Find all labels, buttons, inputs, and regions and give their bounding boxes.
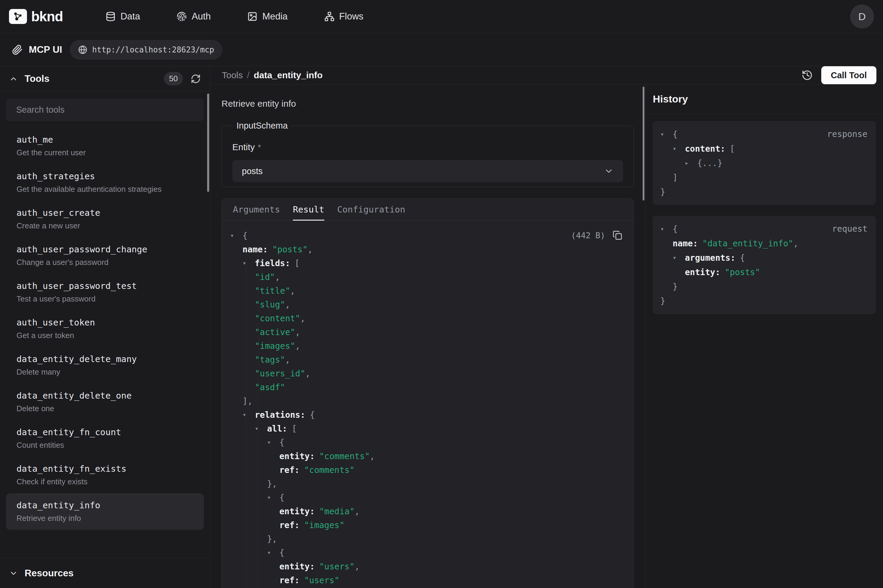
json-punctuation: { (673, 224, 678, 234)
tree-toggle-icon[interactable]: ▾ (243, 260, 255, 267)
tab-result[interactable]: Result (293, 199, 324, 220)
result-card: Arguments Result Configuration (442 B) (222, 198, 634, 588)
json-line: name: "posts" , (230, 243, 625, 256)
json-line: ], (230, 394, 625, 408)
input-schema-legend: InputSchema (233, 121, 291, 130)
json-punctuation: [ (292, 424, 297, 434)
tab-configuration[interactable]: Configuration (337, 199, 405, 220)
json-line: ref: "comments" (230, 463, 625, 477)
tree-toggle-icon[interactable]: ▾ (255, 425, 267, 432)
tool-list-item[interactable]: auth_me Get the current user (6, 128, 204, 164)
json-punctuation: , (306, 369, 310, 378)
nav-item-data[interactable]: Data (105, 11, 140, 22)
tree-toggle-icon[interactable]: ▸ (685, 159, 697, 166)
json-punctuation: { (673, 129, 678, 140)
tool-list-item[interactable]: data_entity_delete_many Delete many (6, 347, 204, 384)
input-schema-fieldset: InputSchema Entity* posts (222, 121, 634, 187)
tool-name: data_entity_info (16, 500, 193, 510)
tree-toggle-icon[interactable]: ▾ (267, 549, 279, 556)
tool-name: data_entity_fn_exists (16, 464, 193, 474)
json-string-value: "users_id" (255, 369, 306, 378)
refresh-icon[interactable] (190, 74, 201, 84)
history-entry-response[interactable]: response ▾ { (652, 121, 876, 205)
brand[interactable]: bknd (9, 8, 63, 25)
tool-description: Retrieve entity info (16, 514, 193, 523)
json-punctuation: } (660, 296, 666, 306)
chevron-up-icon[interactable] (9, 74, 18, 83)
tool-page-header: Tools / data_entity_info Call Tool (210, 66, 883, 84)
json-string-value: "data_entity_info" (702, 238, 793, 249)
right-body: Retrieve entity info InputSchema Entity*… (210, 84, 883, 588)
tree-toggle-icon[interactable]: ▾ (230, 232, 243, 239)
tool-name: auth_user_create (16, 208, 193, 218)
main-scrollbar-thumb[interactable] (643, 87, 645, 201)
globe-icon (78, 45, 87, 54)
tree-toggle-icon[interactable]: ▾ (673, 145, 685, 152)
json-punctuation: } (673, 282, 678, 292)
resources-section-header[interactable]: Resources (0, 558, 210, 588)
json-line: entity: "media" , (230, 504, 625, 518)
tool-list-item[interactable]: auth_user_password_change Change a user'… (6, 237, 204, 274)
tool-description: Delete many (16, 368, 193, 377)
tools-count-badge: 50 (164, 72, 183, 86)
tree-toggle-icon[interactable]: ▾ (267, 439, 279, 446)
json-punctuation: , (793, 238, 799, 249)
tree-toggle-icon[interactable]: ▾ (673, 254, 685, 261)
user-avatar[interactable]: D (850, 4, 874, 28)
json-line: ] (660, 170, 868, 184)
call-tool-button[interactable]: Call Tool (821, 66, 876, 84)
header-actions: Call Tool (802, 66, 876, 84)
tool-description: Delete one (16, 404, 193, 413)
mcp-title: MCP UI (29, 44, 62, 55)
json-line: ▾ fields: [ (230, 256, 625, 270)
breadcrumb-separator: / (247, 70, 249, 80)
history-icon[interactable] (802, 69, 813, 81)
nav-item-flows[interactable]: Flows (324, 11, 364, 22)
json-string-value: "users" (304, 575, 339, 585)
tool-list-item[interactable]: auth_strategies Get the available authen… (6, 164, 204, 201)
tool-list-item[interactable]: data_entity_fn_count Count entities (6, 420, 204, 457)
tool-description: Get the available authentication strateg… (16, 184, 193, 194)
tool-list-item[interactable]: auth_user_create Create a new user (6, 201, 204, 237)
nav-item-auth[interactable]: Auth (177, 11, 211, 22)
tree-toggle-icon[interactable]: ▾ (660, 225, 673, 232)
chevron-down-icon[interactable] (9, 569, 18, 578)
tool-list-item[interactable]: auth_user_token Get a user token (6, 310, 204, 347)
tool-name: auth_me (16, 135, 193, 145)
json-line: "active" , (230, 325, 625, 339)
tool-list-item[interactable]: data_entity_fn_exists Check if entity ex… (6, 457, 204, 493)
tree-toggle-icon[interactable]: ▾ (267, 494, 279, 501)
tool-list-item[interactable]: data_entity_info Retrieve entity info (6, 493, 204, 530)
tool-name: auth_user_password_change (16, 244, 193, 255)
json-line: "title" , (230, 284, 625, 298)
json-punctuation: ] (673, 172, 678, 183)
json-line: entity: "comments" , (230, 449, 625, 463)
json-line: "content" , (230, 311, 625, 325)
sidebar-scrollbar-thumb[interactable] (207, 93, 209, 192)
history-entry-request[interactable]: request ▾ { (652, 216, 876, 314)
tool-list-item[interactable]: data_entity_delete_one Delete one (6, 384, 204, 420)
json-punctuation: { (279, 493, 285, 502)
tree-toggle-icon[interactable]: ▾ (243, 411, 255, 418)
tree-toggle-icon[interactable]: ▾ (660, 130, 673, 138)
breadcrumb-tools[interactable]: Tools (222, 70, 243, 80)
app-root: bknd Data Auth Media (0, 0, 883, 588)
mcp-url-pill[interactable]: http://localhost:28623/mcp (70, 40, 222, 60)
history-panel: History response ▾ (645, 84, 883, 588)
json-line: ref: "images" (230, 518, 625, 532)
entity-select[interactable]: posts (232, 160, 623, 182)
json-key: entity: (279, 452, 315, 461)
search-input[interactable] (6, 99, 204, 121)
json-key: ref: (279, 465, 300, 475)
json-line: ▾ { (230, 490, 625, 504)
json-punctuation: , (275, 272, 280, 282)
json-line: "tags" , (230, 353, 625, 366)
nav-label: Flows (339, 11, 364, 22)
json-line: name: "data_entity_info" , (660, 236, 868, 250)
tool-list-item[interactable]: auth_user_password_test Test a user's pa… (6, 274, 204, 310)
nav-label: Media (262, 11, 288, 22)
tab-arguments[interactable]: Arguments (233, 199, 280, 220)
nav-item-media[interactable]: Media (247, 11, 288, 22)
tools-list-scroll: auth_me Get the current user auth_strate… (0, 92, 210, 558)
mcp-url: http://localhost:28623/mcp (92, 45, 214, 54)
